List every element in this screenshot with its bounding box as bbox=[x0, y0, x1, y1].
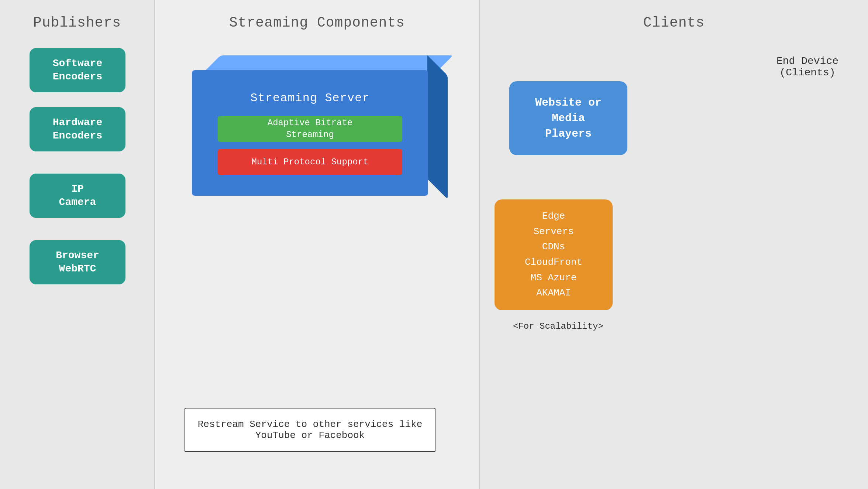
multi-protocol-box: Multi Protocol Support bbox=[218, 149, 402, 175]
publishers-section: Publishers Software Encoders Hardware En… bbox=[0, 0, 155, 489]
ip-camera-box: IP Camera bbox=[30, 174, 125, 218]
hardware-encoders-box: Hardware Encoders bbox=[30, 107, 125, 151]
scalability-label: <For Scalability> bbox=[513, 321, 603, 331]
edge-servers-box: Edge Servers CDNs CloudFront MS Azure AK… bbox=[495, 199, 613, 310]
clients-section: Clients Website or Media Players Edge Se… bbox=[480, 0, 868, 489]
streaming-title: Streaming Components bbox=[222, 0, 412, 38]
adaptive-bitrate-box: Adaptive Bitrate Streaming bbox=[218, 116, 402, 142]
clients-title: Clients bbox=[636, 0, 712, 38]
server-box-front: Streaming Server Adaptive Bitrate Stream… bbox=[192, 70, 428, 196]
server-box-side bbox=[427, 55, 448, 199]
software-encoders-box: Software Encoders bbox=[30, 48, 125, 92]
streaming-server-container: Streaming Server Adaptive Bitrate Stream… bbox=[192, 55, 443, 196]
restream-box: Restream Service to other services like … bbox=[185, 408, 435, 452]
server-title: Streaming Server bbox=[250, 91, 369, 105]
diagram-container: Audio 🎤 Video RTMP RTMP RTMP RTSP SDP HL… bbox=[0, 0, 868, 489]
media-players-box: Website or Media Players bbox=[509, 81, 627, 155]
streaming-section: Streaming Components Streaming Server Ad… bbox=[155, 0, 480, 489]
end-device-label: End Device (Clients) bbox=[776, 55, 838, 78]
publishers-title: Publishers bbox=[26, 0, 128, 38]
browser-webrtc-box: Browser WebRTC bbox=[30, 240, 125, 284]
